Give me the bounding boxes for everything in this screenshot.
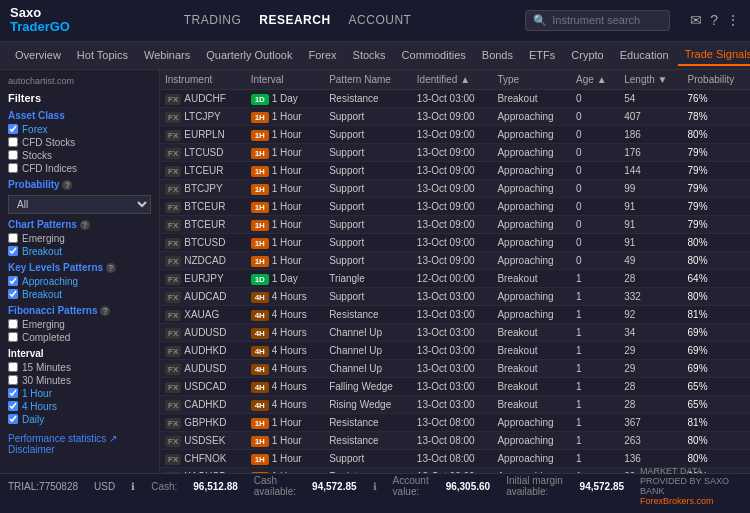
search-input[interactable] <box>552 14 662 26</box>
table-row[interactable]: FXBTCUSD 1H 1 Hour Support 13-Oct 09:00 … <box>160 233 750 251</box>
filter-forex[interactable]: Forex <box>8 124 151 135</box>
filter-daily[interactable]: Daily <box>8 414 151 425</box>
disclaimer-link[interactable]: Disclaimer <box>8 444 151 455</box>
cell-type: Breakout <box>492 359 571 377</box>
nav-trading[interactable]: TRADING <box>184 13 242 27</box>
mail-icon[interactable]: ✉ <box>690 12 702 28</box>
col-identified[interactable]: Identified ▲ <box>412 70 493 90</box>
col-age[interactable]: Age ▲ <box>571 70 619 90</box>
cell-identified: 13-Oct 03:00 <box>412 377 493 395</box>
cell-length: 54 <box>619 89 682 107</box>
tab-education[interactable]: Education <box>613 45 676 65</box>
table-row[interactable]: FXLTCJPY 1H 1 Hour Support 13-Oct 09:00 … <box>160 107 750 125</box>
filter-stocks[interactable]: Stocks <box>8 150 151 161</box>
nav-research[interactable]: RESEARCH <box>259 13 330 27</box>
interval-badge: 1H <box>251 112 269 123</box>
tab-forex[interactable]: Forex <box>301 45 343 65</box>
fx-badge: FX <box>165 238 181 249</box>
col-length[interactable]: Length ▼ <box>619 70 682 90</box>
probability-select[interactable]: All 70%+ 75%+ 80%+ <box>8 195 151 214</box>
stocks-checkbox[interactable] <box>8 150 18 160</box>
cfd-stocks-checkbox[interactable] <box>8 137 18 147</box>
daily-checkbox[interactable] <box>8 414 18 424</box>
filter-cfd-stocks[interactable]: CFD Stocks <box>8 137 151 148</box>
table-row[interactable]: FXAUDUSD 4H 4 Hours Channel Up 13-Oct 03… <box>160 359 750 377</box>
30min-checkbox[interactable] <box>8 375 18 385</box>
filter-4hours[interactable]: 4 Hours <box>8 401 151 412</box>
table-row[interactable]: FXCADHKD 4H 4 Hours Rising Wedge 13-Oct … <box>160 395 750 413</box>
1hour-checkbox[interactable] <box>8 388 18 398</box>
table-row[interactable]: FXUSDSEK 1H 1 Hour Resistance 13-Oct 08:… <box>160 431 750 449</box>
tab-quarterly-outlook[interactable]: Quarterly Outlook <box>199 45 299 65</box>
fx-badge: FX <box>165 184 181 195</box>
table-row[interactable]: FXAUDUSD 4H 4 Hours Channel Up 13-Oct 03… <box>160 323 750 341</box>
tab-hot-topics[interactable]: Hot Topics <box>70 45 135 65</box>
cell-pattern: Support <box>324 107 412 125</box>
table-row[interactable]: FXAUDHKD 4H 4 Hours Channel Up 13-Oct 03… <box>160 341 750 359</box>
filter-breakout[interactable]: Breakout <box>8 246 151 257</box>
fib-completed-checkbox[interactable] <box>8 332 18 342</box>
cell-identified: 13-Oct 09:00 <box>412 125 493 143</box>
cell-instrument: FXBTCEUR <box>160 215 246 233</box>
table-row[interactable]: FXAUDCAD 4H 4 Hours Support 13-Oct 03:00… <box>160 287 750 305</box>
breakout-checkbox[interactable] <box>8 246 18 256</box>
table-row[interactable]: FXNZDCAD 1H 1 Hour Support 13-Oct 09:00 … <box>160 251 750 269</box>
4hours-checkbox[interactable] <box>8 401 18 411</box>
table-row[interactable]: FXXAUAG 4H 4 Hours Resistance 13-Oct 03:… <box>160 305 750 323</box>
table-row[interactable]: FXAUDCHF 1D 1 Day Resistance 13-Oct 03:0… <box>160 89 750 107</box>
header-icons: ✉ ? ⋮ <box>690 12 740 28</box>
nav-account[interactable]: ACCOUNT <box>349 13 412 27</box>
table-row[interactable]: FXLTCUSD 1H 1 Hour Support 13-Oct 09:00 … <box>160 143 750 161</box>
filter-emerging[interactable]: Emerging <box>8 233 151 244</box>
trial-label: TRIAL:7750828 <box>8 481 78 492</box>
cell-interval: 1D 1 Day <box>246 89 325 107</box>
fx-badge: FX <box>165 346 181 357</box>
performance-link[interactable]: Performance statistics ↗ <box>8 433 151 444</box>
fib-emerging-checkbox[interactable] <box>8 319 18 329</box>
table-row[interactable]: FXGBPHKD 1H 1 Hour Resistance 13-Oct 08:… <box>160 413 750 431</box>
cell-age: 1 <box>571 323 619 341</box>
table-row[interactable]: FXLTCEUR 1H 1 Hour Support 13-Oct 09:00 … <box>160 161 750 179</box>
table-row[interactable]: FXBTCEUR 1H 1 Hour Support 13-Oct 09:00 … <box>160 197 750 215</box>
cell-pattern: Resistance <box>324 413 412 431</box>
table-row[interactable]: FXUSDCAD 4H 4 Hours Falling Wedge 13-Oct… <box>160 377 750 395</box>
15min-label: 15 Minutes <box>22 362 71 373</box>
help-icon[interactable]: ? <box>710 12 718 28</box>
more-icon[interactable]: ⋮ <box>726 12 740 28</box>
tab-stocks[interactable]: Stocks <box>346 45 393 65</box>
filter-15min[interactable]: 15 Minutes <box>8 362 151 373</box>
cell-age: 1 <box>571 287 619 305</box>
table-row[interactable]: FXCHFNOK 1H 1 Hour Support 13-Oct 08:00 … <box>160 449 750 467</box>
info-icon[interactable]: ℹ <box>131 481 135 492</box>
filter-approaching[interactable]: Approaching <box>8 276 151 287</box>
cell-identified: 13-Oct 03:00 <box>412 305 493 323</box>
table-row[interactable]: FXEURJPY 1D 1 Day Triangle 12-Oct 00:00 … <box>160 269 750 287</box>
table-row[interactable]: FXBTCEUR 1H 1 Hour Support 13-Oct 09:00 … <box>160 215 750 233</box>
cell-type: Approaching <box>492 125 571 143</box>
tab-bonds[interactable]: Bonds <box>475 45 520 65</box>
tab-webinars[interactable]: Webinars <box>137 45 197 65</box>
tab-crypto[interactable]: Crypto <box>564 45 610 65</box>
table-row[interactable]: FXBTCJPY 1H 1 Hour Support 13-Oct 09:00 … <box>160 179 750 197</box>
filter-30min[interactable]: 30 Minutes <box>8 375 151 386</box>
tab-overview[interactable]: Overview <box>8 45 68 65</box>
tab-etfs[interactable]: ETFs <box>522 45 562 65</box>
filter-key-breakout[interactable]: Breakout <box>8 289 151 300</box>
cell-identified: 13-Oct 03:00 <box>412 395 493 413</box>
key-breakout-checkbox[interactable] <box>8 289 18 299</box>
emerging-checkbox[interactable] <box>8 233 18 243</box>
forex-checkbox[interactable] <box>8 124 18 134</box>
filter-1hour[interactable]: 1 Hour <box>8 388 151 399</box>
tab-trade-signals[interactable]: Trade Signals <box>678 44 750 66</box>
15min-checkbox[interactable] <box>8 362 18 372</box>
approaching-checkbox[interactable] <box>8 276 18 286</box>
table-row[interactable]: FXEURPLN 1H 1 Hour Support 13-Oct 09:00 … <box>160 125 750 143</box>
filter-cfd-indices[interactable]: CFD Indices <box>8 163 151 174</box>
filter-fib-emerging[interactable]: Emerging <box>8 319 151 330</box>
cell-probability: 69% <box>683 323 750 341</box>
filter-fib-completed[interactable]: Completed <box>8 332 151 343</box>
forex-brokers-link[interactable]: ForexBrokers.com <box>640 496 714 506</box>
tab-commodities[interactable]: Commodities <box>395 45 473 65</box>
cfd-indices-checkbox[interactable] <box>8 163 18 173</box>
cell-interval: 4H 4 Hours <box>246 341 325 359</box>
